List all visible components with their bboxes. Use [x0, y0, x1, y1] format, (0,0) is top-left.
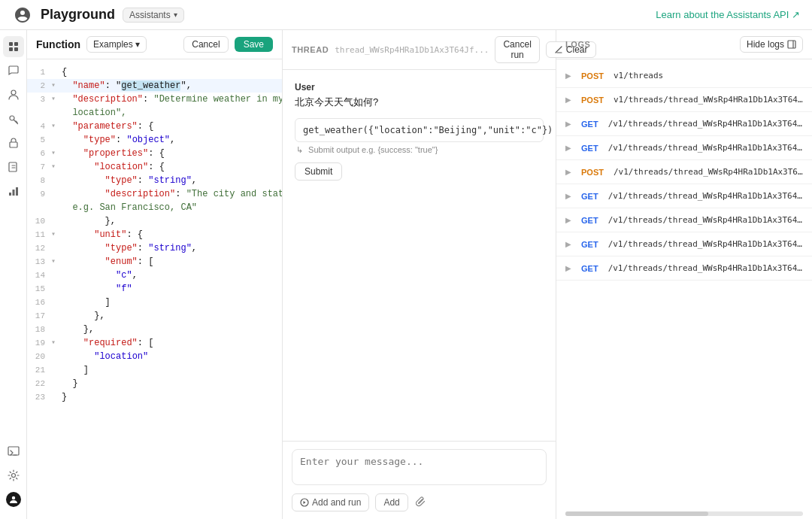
code-line: 13▾ "enum": [: [27, 255, 282, 269]
fold-arrow[interactable]: [51, 390, 62, 404]
attach-button[interactable]: [414, 495, 428, 511]
fold-arrow[interactable]: [51, 187, 62, 201]
thread-id: thread_WWsRp4HRa1Db1Ax3T64Jf...: [335, 45, 489, 55]
log-entry[interactable]: ▶GET/v1/threads/thread_WWsRp4HRa1Db1Ax3T…: [556, 184, 812, 208]
line-number: 5: [30, 133, 51, 147]
fold-arrow[interactable]: [51, 106, 62, 120]
sidebar-item-settings[interactable]: [3, 465, 24, 486]
svg-rect-14: [788, 41, 795, 48]
fold-arrow[interactable]: ▾: [51, 336, 62, 350]
code-comment: e.g. San Francisco, CA": [62, 202, 197, 213]
line-number: 11: [30, 228, 51, 241]
fold-arrow[interactable]: ▾: [51, 160, 62, 174]
examples-button[interactable]: Examples ▾: [86, 36, 147, 53]
sidebar-item-user-circle[interactable]: [3, 489, 24, 510]
line-number: 20: [30, 350, 51, 363]
submit-button[interactable]: Submit: [295, 162, 342, 181]
line-number: 18: [30, 323, 51, 336]
code-line: 3▾ "description": "Determine weather in …: [27, 93, 282, 106]
sidebar-item-lock[interactable]: [3, 132, 24, 153]
log-entry[interactable]: ▶GET/v1/threads/thread_WWsRp4HRa1Db1Ax3T…: [556, 232, 812, 256]
code-string: "string": [148, 243, 192, 253]
svg-rect-9: [16, 187, 18, 196]
assistants-badge[interactable]: Assistants ▾: [123, 8, 184, 23]
log-method: POST: [577, 167, 607, 178]
learn-link[interactable]: Learn about the Assistants API ↗: [656, 9, 800, 20]
fold-arrow[interactable]: [51, 309, 62, 323]
code-line: 1{: [27, 65, 282, 79]
code-line: 20 "location": [27, 350, 282, 363]
fold-arrow[interactable]: [51, 323, 62, 336]
fold-arrow[interactable]: ▾: [51, 93, 62, 106]
log-entry[interactable]: ▶POST/v1/threads/thread_WWsRp4HRa1Db1Ax3…: [556, 160, 812, 184]
log-entry[interactable]: ▶POSTv1/threads: [556, 64, 812, 88]
function-call-hint: ↳ Submit output e.g. {success: "true"}: [296, 145, 544, 155]
fold-arrow[interactable]: [51, 377, 62, 390]
thread-input-area: Add and run Add: [283, 441, 556, 519]
code-key: "type": [83, 135, 116, 145]
code-line: 12 "type": "string",: [27, 241, 282, 255]
log-entry[interactable]: ▶GET/v1/threads/thread_WWsRp4HRa1Db1Ax3T…: [556, 208, 812, 232]
line-content: },: [62, 309, 279, 323]
sidebar-item-home[interactable]: [3, 36, 24, 57]
add-and-run-button[interactable]: Add and run: [292, 493, 369, 511]
fold-arrow[interactable]: [51, 201, 62, 214]
code-key: "unit": [94, 229, 126, 240]
fold-arrow[interactable]: ▾: [51, 120, 62, 133]
fold-arrow[interactable]: [51, 282, 62, 296]
log-path: /v1/threads/thread_WWsRp4HRa1Db1Ax3T64Jf…: [608, 191, 803, 201]
fold-arrow[interactable]: [51, 296, 62, 309]
fold-arrow[interactable]: [51, 269, 62, 282]
line-number: [30, 106, 51, 120]
svg-rect-0: [9, 42, 13, 46]
log-entry[interactable]: ▶GET/v1/threads/thread_WWsRp4HRa1Db1Ax3T…: [556, 136, 812, 160]
code-comment: location",: [62, 108, 126, 118]
expand-arrow-icon: ▶: [565, 240, 571, 248]
line-number: 21: [30, 363, 51, 377]
message-input[interactable]: [292, 449, 547, 485]
svg-rect-7: [9, 193, 11, 196]
sidebar-item-key[interactable]: [3, 108, 24, 129]
line-number: 12: [30, 241, 51, 255]
fold-arrow[interactable]: ▾: [51, 147, 62, 160]
line-content: e.g. San Francisco, CA": [62, 201, 279, 214]
expand-arrow-icon: ▶: [565, 264, 571, 272]
code-key: "type": [105, 175, 138, 186]
sidebar-item-chat[interactable]: [3, 60, 24, 81]
line-content: "f": [62, 282, 279, 296]
add-button[interactable]: Add: [375, 493, 408, 511]
fold-arrow[interactable]: [51, 214, 62, 228]
log-entry[interactable]: ▶POSTv1/threads/thread_WWsRp4HRa1Db1Ax3T…: [556, 88, 812, 112]
sidebar-item-terminal[interactable]: [3, 441, 24, 462]
log-path: /v1/threads/thread_WWsRp4HRa1Db1Ax3T64Jf…: [614, 167, 803, 177]
fold-arrow[interactable]: ▾: [51, 228, 62, 241]
code-editor[interactable]: 1{2▾ "name": "get_weather",3▾ "descripti…: [27, 59, 282, 519]
code-line: 23}: [27, 390, 282, 404]
cancel-button[interactable]: Cancel: [183, 36, 228, 53]
thread-label: THREAD: [292, 45, 329, 54]
fold-arrow[interactable]: [51, 350, 62, 363]
line-number: 1: [30, 65, 51, 79]
save-button[interactable]: Save: [235, 37, 273, 52]
code-key: "type": [105, 243, 138, 253]
fold-arrow[interactable]: [51, 241, 62, 255]
log-method: GET: [577, 215, 602, 226]
line-number: 14: [30, 269, 51, 282]
fold-arrow[interactable]: [51, 363, 62, 377]
hide-logs-button[interactable]: Hide logs: [740, 36, 803, 53]
sidebar-item-chart[interactable]: [3, 181, 24, 202]
fold-arrow[interactable]: [51, 174, 62, 187]
log-entry[interactable]: ▶GET/v1/threads/thread_WWsRp4HRa1Db1Ax3T…: [556, 256, 812, 281]
svg-rect-6: [10, 142, 17, 147]
fold-arrow[interactable]: [51, 65, 62, 79]
fold-arrow[interactable]: [51, 133, 62, 147]
fold-arrow[interactable]: ▾: [51, 255, 62, 269]
sidebar-item-user[interactable]: [3, 84, 24, 105]
cancel-run-button[interactable]: Cancel run: [495, 36, 539, 63]
log-method: GET: [577, 143, 602, 153]
sidebar-bottom: [3, 441, 24, 513]
sidebar-item-book[interactable]: [3, 156, 24, 178]
code-line: 2▾ "name": "get_weather",: [27, 79, 282, 93]
fold-arrow[interactable]: ▾: [51, 79, 62, 93]
log-entry[interactable]: ▶GET/v1/threads/thread_WWsRp4HRa1Db1Ax3T…: [556, 112, 812, 136]
